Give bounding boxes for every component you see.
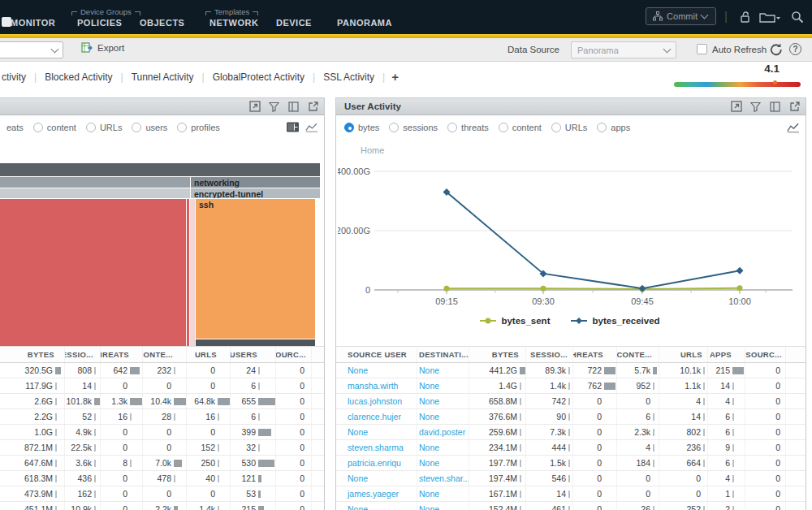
user-link[interactable]: david.poster xyxy=(417,427,465,437)
y-axis-tick-label: 400.00G xyxy=(338,166,370,176)
user-radio-threats[interactable]: threats xyxy=(447,123,489,132)
cell-bar-zone xyxy=(701,413,707,421)
user-link[interactable]: patricia.enriqu xyxy=(346,458,401,468)
export-button[interactable]: Export xyxy=(81,42,124,53)
treemap-networking-band[interactable]: networking xyxy=(191,177,320,188)
column-header-destinati[interactable]: DESTINATI... xyxy=(417,347,469,362)
user-link[interactable]: None xyxy=(417,443,439,452)
user-link[interactable]: None xyxy=(417,396,439,406)
user-link[interactable]: None xyxy=(346,504,368,510)
nav-item-policies[interactable]: POLICIES xyxy=(77,18,122,28)
tab-ssl-activity[interactable]: SSL Activity xyxy=(315,71,382,83)
treemap-sliver[interactable] xyxy=(190,199,195,346)
treemap-band[interactable] xyxy=(0,188,190,198)
treemap-sliver[interactable] xyxy=(187,199,189,346)
tab-tunnel-activity[interactable]: Tunnel Activity xyxy=(123,71,202,83)
user-radio-content[interactable]: content xyxy=(499,123,542,132)
metric-cell: 32 xyxy=(231,440,276,455)
user-radio-bytes[interactable]: bytes xyxy=(344,123,379,132)
columns-icon[interactable] xyxy=(287,101,300,113)
user-radio-sessions[interactable]: sessions xyxy=(389,123,438,132)
maximize-icon[interactable] xyxy=(248,101,261,113)
filter-icon[interactable] xyxy=(268,101,280,113)
value-tick xyxy=(568,398,570,405)
user-link[interactable]: None xyxy=(346,365,368,375)
tab-globalprotect-activity[interactable]: GlobalProtect Activity xyxy=(205,71,313,83)
treemap-bottom-band[interactable] xyxy=(196,339,315,346)
left-radio-urls[interactable]: URLs xyxy=(86,123,123,132)
nav-item-objects[interactable]: OBJECTS xyxy=(140,18,184,28)
treemap-block-large[interactable] xyxy=(0,199,186,346)
external-link-icon[interactable] xyxy=(788,101,801,113)
column-header-bytes[interactable]: BYTES xyxy=(469,347,526,362)
column-header-bytes[interactable]: BYTES xyxy=(10,347,65,362)
cell-value: 64.8k xyxy=(187,396,215,406)
data-source-select[interactable]: Panorama xyxy=(571,41,676,58)
user-link[interactable]: steven.sharma xyxy=(346,443,404,452)
line-chart-view-icon[interactable] xyxy=(305,121,317,133)
tab-blocked-activity[interactable]: Blocked Activity xyxy=(37,71,120,83)
left-radio-content[interactable]: content xyxy=(33,123,76,132)
user-radio-apps[interactable]: apps xyxy=(597,123,630,132)
column-header-conte[interactable]: CONTE... xyxy=(143,347,187,362)
user-cell: None xyxy=(417,486,469,501)
user-radio-urls[interactable]: URLs xyxy=(551,123,588,132)
user-link[interactable]: None xyxy=(346,427,368,437)
cell-value: 0 xyxy=(745,458,780,468)
folder-menu-icon[interactable] xyxy=(758,9,781,25)
user-link[interactable]: None xyxy=(417,458,439,468)
add-tab-button[interactable]: + xyxy=(385,70,405,84)
nav-item-panorama[interactable]: PANORAMA xyxy=(337,18,392,28)
column-header-users[interactable]: USERS xyxy=(231,347,276,362)
maximize-icon[interactable] xyxy=(730,101,742,113)
nav-item-device[interactable]: DEVICE xyxy=(276,18,312,28)
unlock-icon[interactable] xyxy=(737,9,754,25)
commit-button[interactable]: Commit xyxy=(646,7,716,25)
external-link-icon[interactable] xyxy=(307,101,319,113)
column-header-conte[interactable]: CONTE... xyxy=(617,347,659,362)
user-link[interactable]: clarence.hujer xyxy=(346,412,401,421)
tab-ctivity[interactable]: ctivity xyxy=(2,71,34,83)
user-link[interactable]: steven.shar... xyxy=(417,473,469,483)
filter-icon[interactable] xyxy=(749,101,762,113)
cell-value: 451.1M xyxy=(10,504,53,510)
column-header-threats[interactable]: THREATS xyxy=(101,347,143,362)
left-radio-users[interactable]: users xyxy=(132,123,167,132)
cell-bar-zone xyxy=(256,491,275,498)
user-link[interactable]: james.yaeger xyxy=(346,489,399,499)
user-link[interactable]: None xyxy=(417,504,439,510)
treemap-category-band[interactable] xyxy=(0,163,320,176)
user-link[interactable]: None xyxy=(417,412,439,421)
column-header-urls[interactable]: URLS xyxy=(187,347,231,362)
column-header-sessio[interactable]: SESSIO... xyxy=(526,347,573,362)
treemap-ssh-block[interactable]: ssh xyxy=(196,199,315,339)
nav-item-monitor[interactable]: MONITOR xyxy=(11,18,55,28)
auto-refresh-checkbox[interactable] xyxy=(697,44,707,54)
column-header-apps[interactable]: APPS xyxy=(708,347,745,362)
user-link[interactable]: None xyxy=(417,489,439,499)
treemap-encrypted-tunnel-band[interactable]: encrypted-tunnel xyxy=(191,188,320,198)
column-header-threats[interactable]: THREATS xyxy=(573,347,617,362)
column-header-sessio[interactable]: SESSIO... xyxy=(65,347,101,362)
line-chart-view-icon[interactable] xyxy=(787,121,799,133)
columns-icon[interactable] xyxy=(769,101,781,113)
user-link[interactable]: None xyxy=(417,381,439,391)
refresh-icon[interactable] xyxy=(768,42,784,61)
view-select[interactable] xyxy=(0,41,63,58)
cell-value: 24 xyxy=(231,365,256,375)
user-link[interactable]: None xyxy=(346,473,368,483)
column-header-sourceuser[interactable]: SOURCE USER xyxy=(346,347,417,362)
treemap-band[interactable] xyxy=(0,177,190,188)
column-header-urls[interactable]: URLS xyxy=(659,347,708,362)
nav-item-network[interactable]: NETWORK xyxy=(209,18,258,28)
user-link[interactable]: mansha.wirth xyxy=(346,381,398,391)
help-icon[interactable]: ? xyxy=(789,43,801,55)
left-radio-profiles[interactable]: profiles xyxy=(177,123,219,132)
treemap-view-icon[interactable] xyxy=(287,121,299,133)
search-icon[interactable] xyxy=(789,9,806,25)
user-link[interactable]: None xyxy=(417,365,439,375)
user-link[interactable]: lucas.johnston xyxy=(346,396,402,406)
cell-value: 121 xyxy=(231,473,256,483)
column-header-sourc[interactable]: SOURC... xyxy=(745,347,786,362)
column-header-sourc[interactable]: SOURC... xyxy=(276,347,312,362)
